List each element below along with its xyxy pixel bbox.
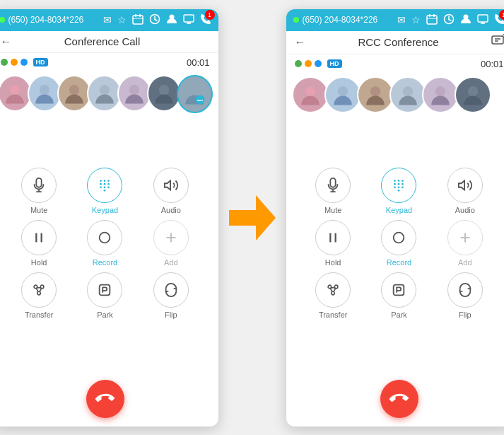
record-button-1[interactable]: Record [87,220,122,267]
svg-point-29 [104,190,106,192]
svg-point-15 [129,85,139,95]
call-timer-1: 00:01 [187,57,210,68]
email-icon-1[interactable]: ✉ [103,14,112,25]
add-circle-1 [153,220,189,255]
mute-button-1[interactable]: Mute [21,168,57,214]
svg-point-11 [10,85,19,94]
phone-number-1: (650) 204-8034*226 [8,15,84,25]
end-call-button-1[interactable] [86,380,124,418]
transfer-button-1[interactable]: Transfer [21,272,57,319]
hd-badge-2: HD [327,59,342,68]
back-button-1[interactable]: ← [1,35,12,48]
call-bar-2: HD 00:01 [286,54,505,74]
keypad-circle-2 [381,168,416,203]
email-icon-2[interactable]: ✉ [397,14,406,25]
keypad-button-2[interactable]: Keypad [381,168,416,214]
star-icon-1[interactable]: ☆ [117,14,127,25]
svg-line-40 [36,289,38,292]
top-icons-1: ✉ ☆ [103,13,211,27]
star-icon-2[interactable]: ☆ [411,14,421,25]
record-button-2[interactable]: Record [381,220,416,267]
avatar-1-6 [147,75,181,112]
top-bar-1: (650) 204-8034*226 ✉ ☆ [0,9,218,31]
phone-icon-1[interactable]: 1 [200,13,211,27]
monitor-icon-1[interactable] [183,13,194,27]
end-call-area-1 [0,371,218,427]
svg-point-69 [402,183,404,185]
transfer-button-2[interactable]: Transfer [315,272,351,319]
svg-point-21 [104,180,106,182]
svg-point-16 [159,85,169,95]
park-button-1[interactable]: Park [87,272,122,319]
status-dot-2 [293,17,299,23]
controls-2: Mute [286,116,505,371]
control-row-2-1: Mute [300,168,498,214]
clock-icon-1[interactable] [149,13,160,27]
message-icon-2[interactable]: ⚙ [491,35,504,50]
phone-icon-2[interactable]: 1 [494,13,505,27]
keypad-button-1[interactable]: Keypad [87,168,122,214]
call-bar-1: HD 00:01 [0,53,218,72]
back-button-2[interactable]: ← [295,36,306,49]
svg-point-60 [370,86,380,96]
keypad-label-2: Keypad [386,206,412,214]
flip-button-1[interactable]: Flip [153,272,189,319]
svg-point-63 [467,86,477,96]
user-icon-1[interactable] [166,13,177,27]
monitor-icon-2[interactable] [477,13,488,27]
svg-marker-74 [459,181,464,190]
svg-rect-44 [427,16,437,24]
audio-button-2[interactable]: Audio [447,168,483,214]
user-icon-2[interactable] [460,13,471,27]
nav-actions-2: ⚙ [491,35,504,50]
mute-button-2[interactable]: Mute [315,168,351,214]
svg-point-58 [305,86,315,95]
hold-button-1[interactable]: Hold [21,220,57,267]
avatar-2-4 [389,76,426,113]
svg-point-28 [108,186,110,188]
avatar-1-7: ••• [177,75,212,113]
park-button-2[interactable]: Park [381,272,416,319]
ind-green-1 [1,59,8,66]
svg-point-13 [69,85,79,95]
status-area-2: (650) 204-8034*226 [293,15,378,25]
audio-label-2: Audio [455,206,475,214]
keypad-circle-1 [87,168,122,203]
calendar-icon-2[interactable] [426,13,438,27]
svg-point-37 [40,285,44,289]
status-dot-1 [0,17,5,23]
ind-green-2 [295,60,302,67]
transfer-circle-1 [21,272,57,308]
add-button-1[interactable]: Add [153,220,189,267]
calendar-icon-1[interactable] [132,13,143,27]
flip-button-2[interactable]: Flip [447,272,483,319]
audio-button-1[interactable]: Audio [153,168,189,214]
svg-rect-0 [133,16,143,24]
control-row-1-3: Transfer Park [6,272,204,319]
park-label-1: Park [97,311,113,319]
call-indicators-1: HD [1,58,48,66]
svg-point-66 [402,180,404,182]
mute-circle-1 [21,168,57,203]
avatar-2-3 [357,76,394,113]
keypad-label-1: Keypad [92,206,118,214]
hold-circle-2 [315,220,351,255]
svg-point-61 [402,86,412,96]
avatar-2-2 [324,76,361,113]
svg-point-17 [189,86,199,95]
call-timer-2: 00:01 [481,59,504,69]
svg-rect-8 [184,15,194,22]
control-row-1-2: Hold Record [6,220,204,267]
clock-icon-2[interactable] [443,13,455,27]
add-button-2[interactable]: Add [447,220,483,267]
svg-line-41 [40,289,42,292]
svg-text:•••: ••• [197,97,204,103]
hold-button-2[interactable]: Hold [315,220,351,267]
avatar-1-2 [28,75,61,112]
phone-2: (650) 204-8034*226 ✉ ☆ [286,9,505,427]
top-bar-2: (650) 204-8034*226 ✉ ☆ [286,9,505,31]
avatar-1-5 [117,75,151,112]
end-call-button-2[interactable] [380,380,418,418]
svg-point-27 [104,186,106,188]
arrow-head [256,195,276,240]
